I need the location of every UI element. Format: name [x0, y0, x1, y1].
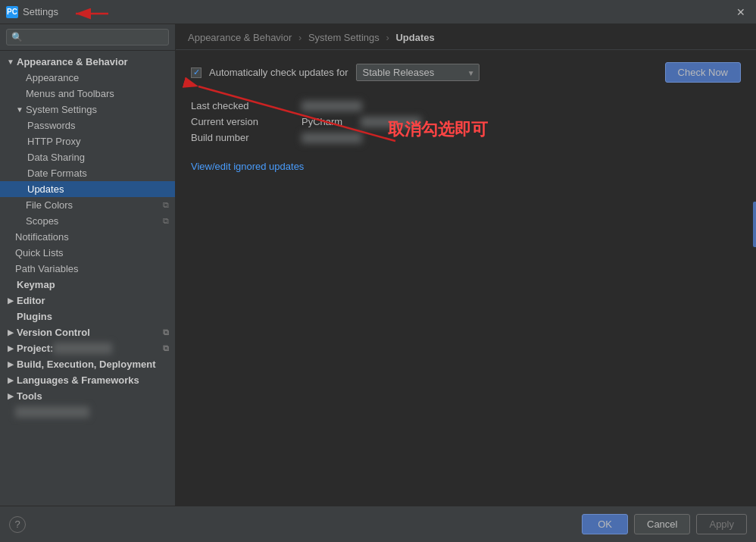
expand-arrow: ▶ — [6, 344, 15, 353]
copy-icon: ⧉ — [163, 327, 169, 337]
sidebar-item-system-settings[interactable]: ▼ System Settings — [0, 102, 175, 117]
sidebar: ▼ Appearance & Behavior Appearance Menus… — [0, 24, 176, 506]
sidebar-item-appearance[interactable]: Appearance — [0, 70, 175, 86]
apply-button[interactable]: Apply — [696, 514, 747, 534]
sidebar-item-project[interactable]: ▶ Project: projectname ⧉ — [0, 340, 175, 356]
spacer — [6, 312, 15, 321]
ok-button[interactable]: OK — [582, 514, 628, 534]
last-checked-label: Last checked — [191, 100, 289, 111]
sidebar-item-appearance-behavior[interactable]: ▼ Appearance & Behavior — [0, 54, 175, 70]
sidebar-item-path-variables[interactable]: Path Variables — [0, 261, 175, 277]
sidebar-item-file-colors[interactable]: File Colors ⧉ — [0, 197, 175, 213]
breadcrumb-part-1: Appearance & Behavior — [188, 32, 292, 43]
search-input[interactable] — [6, 29, 169, 45]
info-row-last-checked: Last checked — [191, 98, 741, 114]
current-version-value — [361, 117, 421, 127]
auto-update-row: Automatically check updates for Stable R… — [191, 62, 741, 83]
sidebar-item-passwords[interactable]: Passwords — [0, 117, 175, 133]
spacer — [15, 89, 24, 99]
window-title: Settings — [23, 6, 58, 17]
bottom-right: OK Cancel Apply — [582, 514, 747, 534]
sidebar-item-quick-lists[interactable]: Quick Lists — [0, 245, 175, 261]
sidebar-item-menus-toolbars[interactable]: Menus and Toolbars — [0, 86, 175, 102]
bottom-bar: ? OK Cancel Apply — [0, 506, 756, 542]
info-table: Last checked Current version PyCharm Bui… — [191, 98, 741, 146]
sidebar-item-editor[interactable]: ▶ Editor — [0, 293, 175, 309]
sidebar-item-http-proxy[interactable]: HTTP Proxy — [0, 133, 175, 149]
search-box[interactable] — [0, 24, 175, 51]
check-now-button[interactable]: Check Now — [665, 62, 741, 83]
breadcrumb-sep-2: › — [386, 32, 389, 43]
breadcrumb: Appearance & Behavior › System Settings … — [176, 24, 756, 50]
sidebar-item-keymap[interactable]: Keymap — [0, 277, 175, 293]
expand-arrow: ▶ — [6, 328, 15, 337]
content-panel: Appearance & Behavior › System Settings … — [176, 24, 756, 506]
bottom-left: ? — [9, 516, 26, 533]
sidebar-item-data-sharing[interactable]: Data Sharing — [0, 149, 175, 165]
sidebar-item-version-control[interactable]: ▶ Version Control ⧉ — [0, 324, 175, 340]
main-container: ▼ Appearance & Behavior Appearance Menus… — [0, 24, 756, 506]
release-type-dropdown[interactable]: Stable Releases Early Access Program Bet… — [356, 64, 480, 81]
right-edge-indicator — [753, 202, 756, 247]
sidebar-tree: ▼ Appearance & Behavior Appearance Menus… — [0, 51, 175, 506]
expand-arrow: ▶ — [6, 296, 15, 305]
expand-arrow: ▶ — [6, 392, 15, 401]
sidebar-item-languages-frameworks[interactable]: ▶ Languages & Frameworks — [0, 372, 175, 388]
current-version-label: Current version — [191, 116, 289, 127]
release-type-dropdown-wrapper[interactable]: Stable Releases Early Access Program Bet… — [356, 64, 480, 81]
last-checked-value — [301, 101, 362, 111]
project-name-blurred: projectname — [53, 343, 111, 354]
expand-arrow: ▼ — [15, 105, 24, 114]
spacer — [15, 74, 24, 83]
auto-update-checkbox[interactable] — [191, 67, 201, 78]
help-button[interactable]: ? — [9, 516, 26, 533]
sidebar-item-tools[interactable]: ▶ Tools — [0, 388, 175, 404]
build-number-value — [301, 133, 362, 143]
pycharm-text: PyCharm — [301, 116, 342, 127]
sidebar-item-notifications[interactable]: Notifications — [0, 229, 175, 245]
expand-arrow: ▼ — [6, 58, 15, 67]
breadcrumb-sep-1: › — [298, 32, 301, 43]
info-row-build-number: Build number — [191, 130, 741, 146]
info-row-current-version: Current version PyCharm — [191, 114, 741, 130]
build-number-label: Build number — [191, 132, 289, 143]
title-bar: PC Settings ✕ — [0, 0, 756, 24]
sidebar-item-blurred: blurreditemname — [0, 404, 175, 420]
title-bar-left: PC Settings — [6, 6, 58, 18]
copy-icon: ⧉ — [163, 200, 169, 210]
cancel-button[interactable]: Cancel — [634, 514, 690, 534]
expand-arrow: ▶ — [6, 360, 15, 369]
sidebar-item-updates[interactable]: Updates — [0, 181, 175, 197]
auto-update-label: Automatically check updates for — [209, 67, 348, 78]
breadcrumb-part-2: System Settings — [308, 32, 380, 43]
copy-icon: ⧉ — [163, 216, 169, 226]
view-ignored-updates-link[interactable]: View/edit ignored updates — [191, 161, 304, 172]
sidebar-item-scopes[interactable]: Scopes ⧉ — [0, 213, 175, 229]
expand-arrow: ▶ — [6, 376, 15, 385]
breadcrumb-current: Updates — [395, 32, 434, 43]
copy-icon: ⧉ — [163, 343, 169, 353]
close-button[interactable]: ✕ — [732, 5, 750, 20]
spacer — [15, 201, 24, 210]
blurred-item: blurreditemname — [15, 406, 89, 418]
sidebar-item-plugins[interactable]: Plugins — [0, 309, 175, 324]
sidebar-item-date-formats[interactable]: Date Formats — [0, 165, 175, 181]
sidebar-item-build-execution[interactable]: ▶ Build, Execution, Deployment — [0, 356, 175, 372]
app-icon: PC — [6, 6, 18, 18]
content-body: Automatically check updates for Stable R… — [176, 50, 756, 506]
expand-arrow — [6, 280, 15, 290]
spacer — [15, 217, 24, 226]
